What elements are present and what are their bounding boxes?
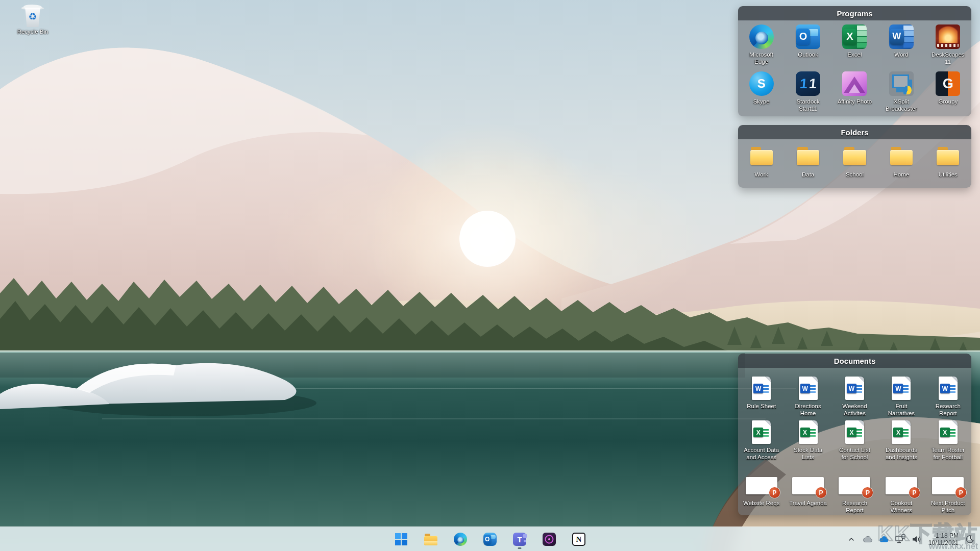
outlook-button[interactable]: [480, 529, 500, 549]
doc-contact-list[interactable]: Contact List for School: [831, 420, 878, 476]
doc-website-reqs[interactable]: Website Reqs: [738, 476, 785, 515]
folder-home[interactable]: Home: [878, 144, 924, 188]
taskbar-clock[interactable]: 1:18 PM 10/11/2021: [926, 532, 961, 546]
folder-utilities[interactable]: Utilities: [925, 144, 971, 188]
doc-label: Directions Home: [789, 403, 827, 417]
notion-button[interactable]: [569, 529, 589, 549]
groupy-icon: [936, 71, 960, 96]
powerpoint-doc-icon: [884, 477, 919, 497]
start-button[interactable]: [391, 529, 411, 549]
folder-label: School: [846, 171, 864, 178]
folder-icon: [749, 144, 774, 169]
xsplit-icon: [889, 71, 914, 96]
doc-label: Cookout Winners: [883, 499, 920, 514]
recycle-symbol-icon: ♻: [22, 11, 43, 22]
doc-label: Contact List for School: [836, 446, 873, 461]
teams-button[interactable]: [509, 529, 530, 549]
shortcut-microsoft-edge[interactable]: Microsoft Edge: [738, 24, 785, 71]
shortcut-label: Skype: [753, 98, 770, 105]
fence-documents: Documents Rule Sheet Directions Home Wee…: [738, 354, 971, 515]
doc-label: Website Reqs: [743, 499, 779, 507]
shortcut-skype[interactable]: Skype: [738, 71, 785, 116]
shortcut-label: Groupy: [938, 98, 958, 105]
shortcut-deskscapes[interactable]: DeskScapes 11: [925, 24, 971, 71]
doc-rule-sheet[interactable]: Rule Sheet: [738, 376, 785, 420]
fence-folders-header[interactable]: Folders: [738, 125, 971, 139]
tray-chevron-up-icon[interactable]: [845, 532, 858, 546]
folder-label: Work: [754, 171, 768, 178]
outlook-icon: [796, 24, 820, 49]
folder-data[interactable]: Data: [785, 144, 831, 188]
clock-date: 10/11/2021: [928, 539, 959, 546]
affinity-photo-icon: [842, 71, 867, 96]
doc-cookout-winners[interactable]: Cookout Winners: [878, 476, 924, 515]
purple-app-button[interactable]: [539, 529, 559, 549]
network-icon[interactable]: [894, 532, 907, 546]
word-icon: [889, 24, 914, 49]
file-explorer-icon: [424, 536, 437, 545]
fence-programs-header[interactable]: Programs: [738, 6, 971, 20]
powerpoint-doc-icon: [790, 477, 826, 497]
shortcut-word[interactable]: Word: [878, 24, 924, 71]
edge-button[interactable]: [450, 529, 471, 549]
doc-label: Travel Agenda: [789, 499, 827, 507]
volume-icon[interactable]: [910, 532, 923, 546]
onedrive-icon[interactable]: [877, 532, 891, 546]
doc-research-report-word[interactable]: Research Report: [925, 376, 971, 420]
file-explorer-button[interactable]: [421, 529, 441, 549]
fence-programs: Programs Microsoft Edge Outlook Excel Wo…: [738, 6, 971, 116]
folder-label: Utilities: [939, 171, 958, 178]
recycle-bin-shortcut[interactable]: ♻ Recycle Bin: [9, 4, 56, 35]
doc-label: Research Report: [929, 403, 967, 417]
fence-programs-body: Microsoft Edge Outlook Excel Word DeskSc…: [738, 20, 971, 116]
folder-work[interactable]: Work: [738, 144, 785, 188]
word-doc-icon: [842, 376, 867, 400]
tray-cloud-icon[interactable]: [861, 532, 874, 546]
powerpoint-doc-icon: [744, 477, 779, 497]
doc-account-data[interactable]: Account Data and Access: [738, 420, 785, 476]
shortcut-outlook[interactable]: Outlook: [785, 24, 831, 71]
doc-stock-data-lists[interactable]: Stock Data Lists: [785, 420, 831, 476]
fence-documents-header[interactable]: Documents: [738, 354, 971, 368]
deskscapes-icon: [936, 24, 960, 49]
shortcut-label: Excel: [847, 51, 862, 58]
folder-icon: [889, 144, 914, 169]
doc-label: Team Roster for Football: [929, 446, 967, 461]
doc-weekend-activites[interactable]: Weekend Activites: [831, 376, 878, 420]
doc-label: Fruit Narratives: [883, 403, 920, 417]
taskbar: 1:18 PM 10/11/2021: [0, 527, 980, 551]
excel-doc-icon: [889, 420, 914, 444]
shortcut-xsplit[interactable]: XSplit Broadcaster: [878, 71, 924, 116]
doc-research-report-ppt[interactable]: Research Report: [831, 476, 878, 515]
fence-programs-title: Programs: [837, 9, 872, 18]
teams-icon: [513, 533, 526, 546]
excel-icon: [842, 24, 867, 49]
folder-label: Home: [894, 171, 910, 178]
doc-travel-agenda[interactable]: Travel Agenda: [785, 476, 831, 515]
fence-documents-title: Documents: [834, 357, 876, 365]
skype-icon: [749, 71, 774, 96]
edge-icon: [749, 24, 774, 49]
powerpoint-doc-icon: [837, 477, 872, 497]
edge-icon: [454, 533, 467, 546]
doc-team-roster[interactable]: Team Roster for Football: [925, 420, 971, 476]
word-doc-icon: [749, 376, 774, 400]
shortcut-affinity-photo[interactable]: Affinity Photo: [831, 71, 878, 116]
recycle-bin-label: Recycle Bin: [17, 29, 48, 35]
focus-assist-moon-icon[interactable]: [964, 532, 976, 546]
doc-fruit-narratives[interactable]: Fruit Narratives: [878, 376, 924, 420]
shortcut-excel[interactable]: Excel: [831, 24, 878, 71]
word-doc-icon: [889, 376, 914, 400]
doc-directions-home[interactable]: Directions Home: [785, 376, 831, 420]
fence-folders-title: Folders: [841, 128, 868, 137]
folder-icon: [796, 144, 820, 169]
doc-next-product-pitch[interactable]: Next Product Pitch: [925, 476, 971, 515]
shortcut-start11[interactable]: Stardock Start11: [785, 71, 831, 116]
doc-dashboards-insights[interactable]: Dashboards and Insights: [878, 420, 924, 476]
outlook-icon: [483, 533, 497, 546]
shortcut-label: Affinity Photo: [838, 98, 872, 105]
folder-icon: [842, 144, 867, 169]
doc-label: Dashboards and Insights: [883, 446, 920, 461]
folder-school[interactable]: School: [831, 144, 878, 188]
shortcut-groupy[interactable]: Groupy: [925, 71, 971, 116]
